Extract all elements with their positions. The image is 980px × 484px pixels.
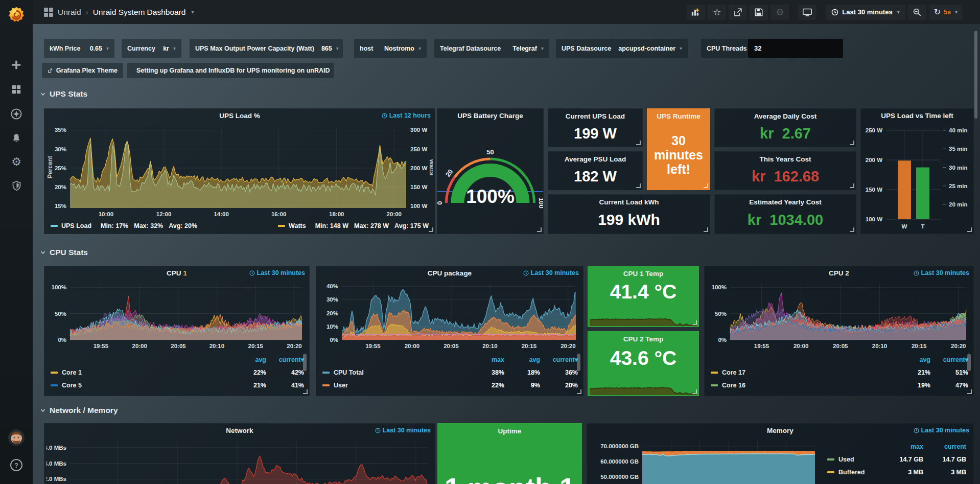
legend-row: User22%9%20% <box>322 379 578 391</box>
memory-chart[interactable]: 70.000000 GB60.000000 GB50.000000 GB <box>589 437 820 484</box>
cpu2-chart[interactable]: 0%50%100%19:5520:0020:0520:1020:1520:20 <box>707 280 971 351</box>
settings-gear-button[interactable]: ⚙ <box>771 5 789 20</box>
stat-title[interactable]: Estimated Yearly Cost <box>715 198 856 206</box>
panel-title[interactable]: CPU package <box>428 269 472 277</box>
stat-title[interactable]: CPU 1 Temp <box>588 270 698 278</box>
svg-text:10%: 10% <box>326 324 338 330</box>
panel-resize-handle[interactable] <box>577 389 581 394</box>
stat-title[interactable]: Average Daily Cost <box>715 112 856 120</box>
panel-title[interactable]: Memory <box>767 427 794 434</box>
dashboard-grid-icon[interactable] <box>44 8 53 17</box>
stat-title[interactable]: This Years Cost <box>715 155 856 163</box>
panel-resize-handle[interactable] <box>704 227 708 232</box>
panel-resize-handle[interactable] <box>850 183 854 188</box>
series-name[interactable]: User <box>334 382 348 389</box>
star-button[interactable]: ☆ <box>708 5 726 20</box>
panel-resize-handle[interactable] <box>537 227 542 232</box>
explore-compass-icon[interactable] <box>0 106 33 122</box>
svg-text:14:00: 14:00 <box>214 211 228 217</box>
clock-icon <box>523 270 529 276</box>
save-button[interactable] <box>750 5 768 20</box>
link-ups-monitoring-guide[interactable]: Setting up Grafana and InfluxDB for UPS … <box>127 63 334 78</box>
page-scrollbar[interactable] <box>974 31 977 119</box>
network-chart[interactable]: 6.0 MBs4.0 MBs2.0 MBs <box>46 437 433 484</box>
panel-resize-handle[interactable] <box>967 389 972 394</box>
series-name[interactable]: CPU Total <box>334 369 364 376</box>
series-name[interactable]: Core 1 <box>62 369 82 376</box>
share-button[interactable] <box>729 5 747 20</box>
variable-telegraf-datasource[interactable]: Telegraf Datasource Telegraf▾ <box>434 39 549 58</box>
variable-kwh-price[interactable]: kWh Price 0.65▾ <box>44 39 114 58</box>
dashboards-icon[interactable] <box>0 82 33 97</box>
panel-resize-handle[interactable] <box>850 141 854 145</box>
panel-time-override[interactable]: Last 30 minutes <box>914 424 969 437</box>
panel-title[interactable]: UPS Battery Charge <box>457 112 523 120</box>
breadcrumb-dashboard[interactable]: Unraid System Dashboard <box>93 8 186 17</box>
ups-load-chart[interactable]: 15%20%25%30%35%100 W150 W200 W250 W300 W… <box>46 122 433 219</box>
section-network-memory[interactable]: Network / Memory <box>40 406 118 415</box>
legend-item[interactable]: Watts Min: 148 WMax: 278 WAvg: 175 W <box>278 222 429 229</box>
time-range-picker[interactable]: Last 30 minutes ▾ <box>826 5 905 20</box>
panel-resize-handle[interactable] <box>692 320 697 325</box>
cpu-package-chart[interactable]: 0%10%20%30%40%19:5520:0020:0520:1020:152… <box>318 280 581 351</box>
stat-title[interactable]: UPS Runtime <box>647 112 710 120</box>
variable-ups-datasource[interactable]: UPS Datasource apcupsd-container▾ <box>556 39 688 58</box>
panel-resize-handle[interactable] <box>303 389 308 394</box>
panel-time-override[interactable]: Last 30 minutes <box>375 424 431 437</box>
link-grafana-plex-theme[interactable]: Grafana Plex Theme <box>42 63 123 78</box>
panel-title[interactable]: UPS Load % <box>219 112 260 120</box>
breadcrumb-app[interactable]: Unraid <box>58 8 81 17</box>
series-name[interactable]: Core 16 <box>722 382 745 389</box>
ups-battery-gauge[interactable]: 02050100100% <box>437 122 543 233</box>
series-name[interactable]: Used <box>838 456 854 463</box>
variable-currency[interactable]: Currency kr▾ <box>122 39 181 58</box>
tv-kiosk-button[interactable] <box>798 5 816 20</box>
legend-scrollbar[interactable] <box>577 354 580 371</box>
grafana-logo-icon[interactable] <box>0 4 33 27</box>
panel-resize-handle[interactable] <box>967 227 972 232</box>
section-ups-stats[interactable]: UPS Stats <box>40 89 87 99</box>
panel-title[interactable]: Network <box>226 427 253 434</box>
variable-host[interactable]: host Nostromo▾ <box>354 39 427 58</box>
panel-resize-handle[interactable] <box>636 183 641 188</box>
series-name[interactable]: Buffered <box>838 469 865 476</box>
stat-value: 1 month 1 <box>438 472 581 484</box>
panel-time-override[interactable]: Last 30 minutes <box>249 266 305 280</box>
series-name[interactable]: Core 17 <box>722 369 745 376</box>
series-name[interactable]: Core 5 <box>62 382 82 389</box>
stat-title[interactable]: Current Load kWh <box>548 198 710 206</box>
cpu-threads-input[interactable] <box>748 39 843 58</box>
panel-resize-handle[interactable] <box>636 141 641 145</box>
stat-title[interactable]: Current UPS Load <box>548 112 642 120</box>
add-panel-button[interactable] <box>687 5 705 20</box>
configuration-gear-icon[interactable]: ⚙ <box>0 154 33 170</box>
chevron-down-icon[interactable]: ▾ <box>191 9 194 15</box>
ups-load-vs-time-chart[interactable]: 100 W150 W200 W250 W20 min25 min30 min35… <box>861 122 973 233</box>
stat-title[interactable]: Average PSU Load <box>548 155 642 163</box>
panel-resize-handle[interactable] <box>704 183 708 188</box>
stat-title[interactable]: Uptime <box>438 427 581 435</box>
panel-time-override[interactable]: Last 12 hours <box>382 109 431 122</box>
panel-resize-handle[interactable] <box>429 227 433 232</box>
legend-scrollbar[interactable] <box>303 354 307 371</box>
panel-time-override[interactable]: Last 30 minutes <box>914 266 969 280</box>
create-icon[interactable] <box>0 57 33 73</box>
section-cpu-stats[interactable]: CPU Stats <box>40 248 88 257</box>
stat-title[interactable]: CPU 2 Temp <box>588 335 698 343</box>
panel-time-override[interactable]: Last 30 minutes <box>523 266 579 280</box>
cpu1-chart[interactable]: 0%50%100%19:5520:0020:0520:1020:1520:20 <box>46 280 307 351</box>
variable-ups-max-output[interactable]: UPS Max Output Power Capacity (Watt) 865… <box>190 39 343 58</box>
panel-title[interactable]: UPS Load vs Time left <box>881 112 953 120</box>
zoom-out-button[interactable] <box>908 5 926 20</box>
refresh-button[interactable]: ↻ 5s ▾ <box>929 5 963 20</box>
panel-resize-handle[interactable] <box>850 227 854 232</box>
help-icon[interactable]: ? <box>0 457 33 473</box>
alerting-bell-icon[interactable] <box>0 131 33 146</box>
legend-item[interactable]: UPS Load Min: 17%Max: 32%Avg: 20% <box>51 222 197 229</box>
panel-title[interactable]: CPU 1 <box>167 269 187 277</box>
legend-scrollbar[interactable] <box>967 354 971 371</box>
user-avatar[interactable] <box>0 428 33 447</box>
panel-resize-handle[interactable] <box>692 389 697 394</box>
server-admin-shield-icon[interactable] <box>0 178 33 193</box>
panel-title[interactable]: CPU 2 <box>829 269 849 277</box>
